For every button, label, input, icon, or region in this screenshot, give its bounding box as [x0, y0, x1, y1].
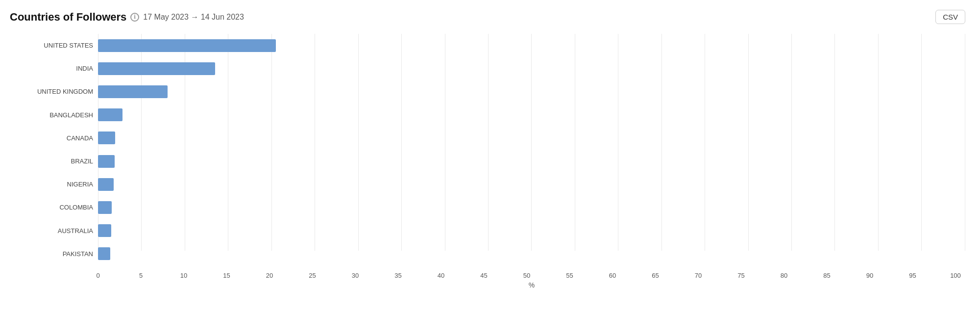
bar-row [98, 82, 965, 101]
bar [98, 247, 110, 260]
date-range: 17 May 2023 → 14 Jun 2023 [143, 13, 244, 22]
x-tick-label: 70 [688, 272, 708, 279]
bar-row [98, 244, 965, 263]
x-tick-label: 60 [603, 272, 622, 279]
x-tick-label: 40 [431, 272, 451, 279]
bar [98, 224, 111, 237]
title-area: Countries of Followers ℹ 17 May 2023 → 1… [10, 11, 244, 24]
x-tick-label: 90 [860, 272, 880, 279]
bar [98, 131, 115, 144]
bar [98, 39, 276, 52]
x-tick-label: 45 [474, 272, 494, 279]
x-tick-label: 85 [817, 272, 837, 279]
y-label: AUSTRALIA [10, 221, 93, 240]
y-label: CANADA [10, 129, 93, 147]
bar-row [98, 198, 965, 217]
y-labels: UNITED STATESINDIAUNITED KINGDOMBANGLADE… [10, 34, 98, 280]
y-label: UNITED STATES [10, 36, 93, 55]
y-label: NIGERIA [10, 175, 93, 194]
bar [98, 85, 168, 98]
bar [98, 108, 122, 121]
page-header: Countries of Followers ℹ 17 May 2023 → 1… [10, 10, 965, 24]
y-label: BRAZIL [10, 152, 93, 171]
x-tick-label: 35 [389, 272, 408, 279]
x-tick-label: 75 [732, 272, 751, 279]
x-tick-label: 65 [646, 272, 665, 279]
x-tick-label: 25 [303, 272, 322, 279]
x-tick-label: 100 [946, 272, 965, 279]
bar [98, 62, 215, 75]
bar-row [98, 221, 965, 240]
x-tick-label: 20 [260, 272, 279, 279]
page-container: Countries of Followers ℹ 17 May 2023 → 1… [0, 0, 980, 315]
y-label: COLOMBIA [10, 198, 93, 217]
x-tick-label: 95 [903, 272, 923, 279]
x-axis: 0510152025303540455055606570758085909510… [98, 265, 965, 280]
y-label: BANGLADESH [10, 105, 93, 124]
y-label: UNITED KINGDOM [10, 82, 93, 101]
x-tick-label: 0 [88, 272, 108, 279]
bar-row [98, 36, 965, 55]
bar [98, 201, 112, 214]
chart-area: UNITED STATESINDIAUNITED KINGDOMBANGLADE… [10, 34, 965, 289]
y-label: PAKISTAN [10, 244, 93, 263]
x-labels-row: 0510152025303540455055606570758085909510… [98, 272, 965, 280]
x-tick-label: 10 [174, 272, 194, 279]
bar-row [98, 152, 965, 171]
y-label: INDIA [10, 59, 93, 78]
bar [98, 155, 115, 168]
x-tick-label: 80 [774, 272, 794, 279]
page-title: Countries of Followers [10, 11, 126, 24]
bar-row [98, 105, 965, 124]
csv-button[interactable]: CSV [935, 10, 965, 24]
x-tick-label: 15 [217, 272, 237, 279]
x-tick-label: 55 [560, 272, 580, 279]
bar-row [98, 59, 965, 78]
x-axis-title: % [10, 281, 965, 289]
x-tick-label: 30 [345, 272, 365, 279]
bars-and-grid: 0510152025303540455055606570758085909510… [98, 34, 965, 280]
bars-container [98, 34, 965, 265]
bar-row [98, 175, 965, 194]
bar-row [98, 129, 965, 147]
info-icon[interactable]: ℹ [130, 13, 139, 22]
bar [98, 178, 114, 191]
x-tick-label: 50 [517, 272, 537, 279]
x-tick-label: 5 [131, 272, 151, 279]
chart-inner: UNITED STATESINDIAUNITED KINGDOMBANGLADE… [10, 34, 965, 280]
